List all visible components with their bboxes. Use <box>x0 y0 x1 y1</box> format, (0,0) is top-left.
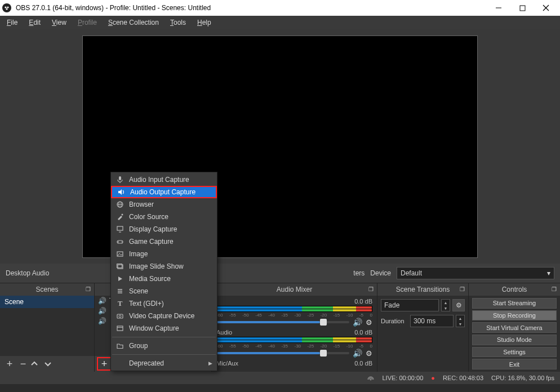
volume-slider-row: 🔊 ⚙ <box>216 349 372 358</box>
scene-up-button[interactable] <box>30 360 43 368</box>
svg-rect-5 <box>520 6 525 11</box>
play-icon <box>115 275 125 283</box>
ctx-game-capture[interactable]: Game Capture <box>111 235 217 248</box>
menu-scene-collection[interactable]: Scene Collection <box>104 17 163 28</box>
ctx-audio-output-capture[interactable]: Audio Output Capture <box>111 186 217 198</box>
ctx-group[interactable]: Group <box>111 340 217 352</box>
minimize-button[interactable] <box>487 0 510 16</box>
mixer-channel: 0.0 dB -60-55-50-45-40-35-30-25-20-15-10… <box>216 298 372 327</box>
channel-settings-button[interactable]: ⚙ <box>366 318 372 327</box>
close-button[interactable] <box>534 0 558 16</box>
ctx-audio-input-capture[interactable]: Audio Input Capture <box>111 173 217 186</box>
scene-add-button[interactable]: + <box>3 358 16 370</box>
settings-button[interactable]: Settings <box>472 347 557 358</box>
start-virtual-camera-button[interactable]: Start Virtual Camera <box>472 322 557 333</box>
menu-view[interactable]: View <box>47 17 71 28</box>
stop-recording-button[interactable]: Stop Recording <box>472 310 557 321</box>
volume-meter <box>216 337 372 343</box>
duration-label: Duration <box>381 318 408 324</box>
menu-help[interactable]: Help <box>193 17 216 28</box>
separator <box>112 354 216 355</box>
slider-thumb[interactable] <box>320 319 327 326</box>
scenes-header: Scenes ❐ <box>0 283 94 296</box>
channel-name: Audio <box>216 329 232 336</box>
transition-select[interactable]: Fade <box>381 299 439 311</box>
ctx-label: Group <box>129 342 148 350</box>
brush-icon <box>115 213 125 221</box>
ctx-media-source[interactable]: Media Source <box>111 273 217 285</box>
transition-settings-button[interactable]: ⚙ <box>452 299 465 311</box>
exit-button[interactable]: Exit <box>472 359 557 369</box>
scenes-header-label: Scenes <box>35 286 58 293</box>
status-live: LIVE: 00:00:00 <box>383 375 424 381</box>
start-streaming-button[interactable]: Start Streaming <box>472 298 557 309</box>
ctx-label: Video Capture Device <box>129 312 195 320</box>
popout-icon[interactable]: ❐ <box>458 285 466 293</box>
broadcast-icon <box>367 374 375 382</box>
menu-tools[interactable]: Tools <box>166 17 190 28</box>
svg-point-2 <box>7 6 8 8</box>
duration-input[interactable]: 300 ms <box>410 315 454 327</box>
window-title: OBS 27.0.1 (64-bit, windows) - Profile: … <box>16 4 487 12</box>
ctx-image[interactable]: Image <box>111 248 217 260</box>
ctx-video-capture-device[interactable]: Video Capture Device <box>111 310 217 322</box>
studio-mode-button[interactable]: Studio Mode <box>472 335 557 345</box>
menu-edit[interactable]: Edit <box>24 17 45 28</box>
ctx-color-source[interactable]: Color Source <box>111 211 217 223</box>
chevron-down-icon: ▾ <box>547 269 550 277</box>
ctx-label: Scene <box>129 287 148 295</box>
volume-slider[interactable] <box>216 321 349 323</box>
volume-slider[interactable] <box>216 352 349 354</box>
channel-db: 0.0 dB <box>354 360 372 367</box>
scene-down-button[interactable] <box>44 360 56 368</box>
meter-ticks: -60-55-50-45-40-35-30-25-20-15-10-50 <box>216 344 372 349</box>
mixer-header: Audio Mixer ❐ <box>212 283 377 296</box>
channel-settings-button[interactable]: ⚙ <box>366 349 372 358</box>
volume-meter <box>216 306 372 312</box>
controls-header: Controls ❐ <box>469 283 560 296</box>
filters-button-partial[interactable]: ters <box>353 269 365 277</box>
duration-updown[interactable]: ▲▼ <box>456 315 465 327</box>
ctx-label: Media Source <box>129 275 171 283</box>
source-add-button[interactable]: + <box>97 357 112 371</box>
window-icon <box>115 324 125 332</box>
svg-rect-31 <box>117 326 123 331</box>
svg-marker-25 <box>118 277 122 281</box>
ctx-browser[interactable]: Browser <box>111 198 217 211</box>
ctx-display-capture[interactable]: Display Capture <box>111 223 217 235</box>
maximize-button[interactable] <box>510 0 534 16</box>
ctx-text[interactable]: T Text (GDI+) <box>111 297 217 310</box>
device-select[interactable]: Default ▾ <box>397 267 554 279</box>
ctx-label: Browser <box>129 201 154 208</box>
speaker-icon: 🔊 <box>98 317 106 325</box>
duration-row: Duration 300 ms ▲▼ <box>381 315 465 327</box>
controls-body: Start Streaming Stop Recording Start Vir… <box>469 296 560 372</box>
ctx-deprecated[interactable]: Deprecated ▶ <box>111 357 217 369</box>
transition-updown[interactable]: ▲▼ <box>441 299 450 311</box>
ctx-image-slide-show[interactable]: Image Slide Show <box>111 260 217 273</box>
popout-icon[interactable]: ❐ <box>84 285 92 293</box>
transitions-dock: Scene Transitions ❐ Fade ▲▼ ⚙ Duration 3… <box>377 283 469 372</box>
transitions-header: Scene Transitions ❐ <box>377 283 468 296</box>
scene-item[interactable]: Scene <box>0 296 94 308</box>
globe-icon <box>115 201 125 208</box>
scene-remove-button[interactable]: − <box>17 358 29 370</box>
mute-button[interactable]: 🔊 <box>353 318 362 327</box>
popout-icon[interactable]: ❐ <box>367 285 375 293</box>
device-select-value: Default <box>401 269 422 277</box>
submenu-arrow-icon: ▶ <box>208 360 212 366</box>
ctx-label: Color Source <box>129 213 168 221</box>
docks: Scenes ❐ Scene + − Sources ❐ 🔊 <box>0 283 560 372</box>
ctx-window-capture[interactable]: Window Capture <box>111 322 217 335</box>
mixer-header-label: Audio Mixer <box>277 286 312 293</box>
menu-file[interactable]: File <box>2 17 22 28</box>
mute-button[interactable]: 🔊 <box>353 349 362 358</box>
ctx-scene[interactable]: Scene <box>111 285 217 297</box>
menu-profile[interactable]: Profile <box>73 17 101 28</box>
statusbar: LIVE: 00:00:00 ● REC: 00:48:03 CPU: 16.8… <box>0 372 560 384</box>
mixer-body: 0.0 dB -60-55-50-45-40-35-30-25-20-15-10… <box>212 296 377 372</box>
app-icon <box>2 3 11 12</box>
popout-icon[interactable]: ❐ <box>550 285 558 293</box>
svg-point-3 <box>6 8 7 10</box>
slider-thumb[interactable] <box>320 350 327 357</box>
